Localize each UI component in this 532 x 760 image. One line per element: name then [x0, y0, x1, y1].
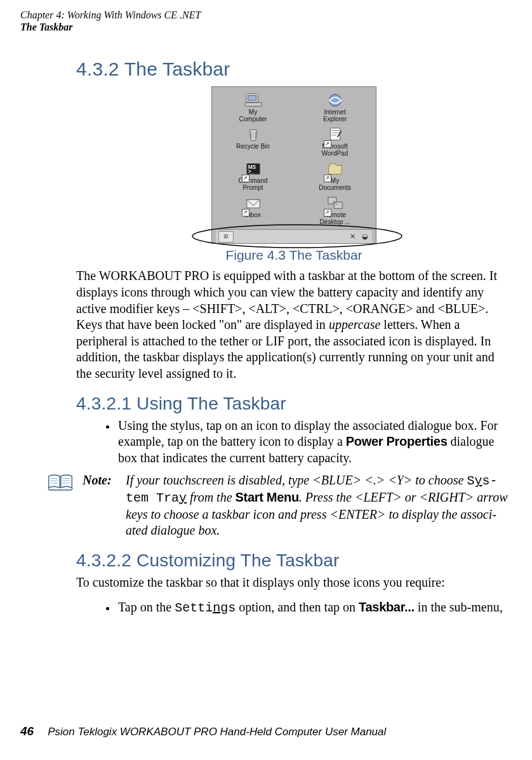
desktop-icon-grid: MyComputer InternetExplorer Recycle Bin — [216, 92, 372, 225]
bullet-list: Tap on the Settings option, and then tap… — [76, 599, 512, 617]
note-book-icon — [47, 472, 74, 491]
note-body: from the — [187, 490, 235, 504]
icon-remote-desktop: RemoteDesktop ... — [298, 195, 372, 225]
icon-label: Explorer — [323, 116, 347, 123]
cmd-icon: MS>_ — [244, 161, 263, 177]
note-sans: Start Menu — [236, 490, 299, 504]
icon-wordpad: MicrosoftWordPad — [298, 126, 372, 157]
icon-recycle-bin: Recycle Bin — [216, 126, 290, 157]
tray-icon: ✕ — [348, 232, 357, 241]
icon-label: Microsoft — [322, 143, 348, 150]
icon-label: My — [249, 109, 257, 116]
icon-label: WordPad — [322, 150, 349, 157]
icon-label: Prompt — [243, 184, 263, 191]
paragraph: The WORKABOUT PRO is equipped with a tas… — [76, 268, 512, 382]
icon-label: Internet — [324, 109, 346, 116]
svg-rect-2 — [245, 103, 262, 107]
note-label: Note: — [83, 472, 121, 538]
documents-icon — [326, 161, 345, 177]
icon-internet-explorer: InternetExplorer — [298, 92, 372, 123]
icon-label: Computer — [239, 116, 267, 123]
list-item: Using the stylus, tap on an icon to disp… — [117, 418, 512, 467]
footer-text: Psion Teklogix WORKABOUT PRO Hand-Held C… — [48, 726, 386, 738]
icon-label: Inbox — [245, 211, 260, 218]
figure-caption: Figure 4.3 The Taskbar — [76, 248, 512, 263]
system-tray: ✕ ◒ — [348, 232, 369, 241]
note-body: If your touchscreen is disabled, type <B… — [126, 473, 467, 487]
icon-inbox: Inbox — [216, 195, 290, 225]
icon-my-computer: MyComputer — [216, 92, 290, 123]
subsection-heading: 4.3.2.2 Customizing The Taskbar — [76, 550, 512, 571]
paragraph: To customize the taskbar so that it disp… — [76, 575, 512, 591]
icon-my-documents: MyDocuments — [298, 161, 372, 191]
list-item-mono: Settings — [175, 601, 236, 615]
running-head-chapter: Chapter 4: Working With Windows CE .NET — [20, 9, 512, 21]
svg-rect-1 — [248, 96, 256, 100]
subsection-heading: 4.3.2.1 Using The Taskbar — [76, 394, 512, 414]
section-heading: 4.3.2 The Taskbar — [76, 58, 512, 80]
svg-point-3 — [329, 95, 341, 107]
icon-label: Remote — [324, 211, 346, 218]
page-footer: 46Psion Teklogix WORKABOUT PRO Hand-Held… — [20, 724, 386, 738]
bullet-list: Using the stylus, tap on an icon to disp… — [76, 418, 512, 467]
tray-icon: ◒ — [361, 232, 369, 241]
computer-icon — [244, 92, 263, 109]
list-item-text: Tap on the — [118, 600, 175, 614]
paragraph-em: uppercase — [329, 317, 380, 331]
note-mono: tem Tray — [126, 491, 187, 505]
running-head-section: The Taskbar — [20, 21, 512, 33]
note-block: Note: If your touchscreen is disabled, t… — [47, 472, 512, 538]
figure: MyComputer InternetExplorer Recycle Bin — [76, 86, 512, 244]
icon-label: Recycle Bin — [236, 143, 270, 150]
list-item-text: option, and then tap on — [236, 600, 359, 614]
taskbar-bar: ⊞ ✕ ◒ — [216, 229, 372, 243]
list-item-text: in the sub-menu, — [415, 600, 503, 614]
svg-rect-8 — [246, 200, 259, 208]
recycle-icon — [244, 126, 263, 143]
note-text: Note: If your touchscreen is disabled, t… — [80, 472, 512, 538]
svg-rect-4 — [330, 128, 340, 140]
list-item-bold: Power Properties — [346, 434, 448, 448]
icon-label: My — [331, 177, 339, 184]
list-item-bold: Taskbar... — [359, 600, 415, 614]
svg-text:>_: >_ — [248, 169, 254, 175]
icon-command-prompt: MS>_ CommandPrompt — [216, 161, 290, 191]
inbox-icon — [244, 195, 263, 211]
wordpad-icon — [326, 126, 345, 143]
start-button-icon: ⊞ — [218, 231, 234, 243]
list-item: Tap on the Settings option, and then tap… — [117, 599, 512, 617]
icon-label: Documents — [319, 184, 351, 191]
icon-label: Desktop ... — [320, 218, 350, 225]
screenshot-desktop: MyComputer InternetExplorer Recycle Bin — [211, 86, 376, 244]
note-mono: Sys- — [467, 474, 497, 488]
running-head: Chapter 4: Working With Windows CE .NET … — [20, 9, 512, 33]
rdp-icon — [326, 195, 345, 211]
ie-icon — [326, 92, 345, 109]
page-number: 46 — [20, 724, 34, 738]
icon-label: Command — [238, 177, 267, 184]
note-body: ated dialogue box. — [126, 523, 220, 537]
